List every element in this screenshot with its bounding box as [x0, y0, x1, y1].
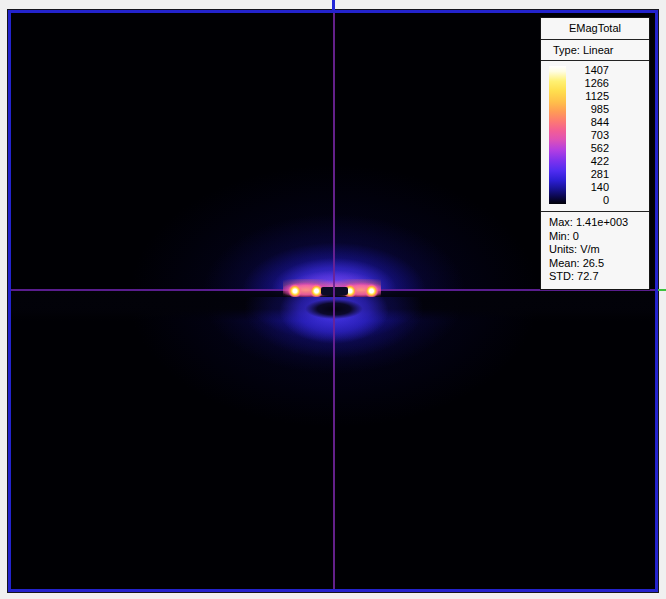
colorbar-tick-label: 0 — [575, 194, 609, 206]
application-window: { "window": { "background": "#f0f0f0" },… — [0, 0, 666, 599]
colorbar-tick-labels: 1407126611259858447035624222811400 — [575, 64, 609, 206]
legend-stat-line: Min: 0 — [549, 230, 643, 244]
legend-statistics: Max: 1.41e+003Min: 0Units: V/mMean: 26.5… — [541, 212, 649, 289]
colorbar-tick-label: 562 — [575, 142, 609, 154]
legend-stat-line: STD: 72.7 — [549, 270, 643, 284]
legend-title: EMagTotal — [541, 18, 649, 40]
legend-colorbar-section: 1407126611259858447035624222811400 — [541, 61, 649, 212]
crosshair-vertical-margin-segment — [332, 0, 335, 10]
colorbar-tick-label: 1266 — [575, 77, 609, 89]
colorbar-tick-label: 1407 — [575, 64, 609, 76]
colorbar-tick-label: 1125 — [575, 90, 609, 102]
legend-panel[interactable]: EMagTotal Type: Linear 14071266112598584… — [540, 17, 650, 290]
legend-stat-line: Mean: 26.5 — [549, 257, 643, 271]
colorbar-tick-label: 703 — [575, 129, 609, 141]
legend-stat-line: Units: V/m — [549, 243, 643, 257]
colorbar-tick-label: 985 — [575, 103, 609, 115]
colorbar-tick-label: 140 — [575, 181, 609, 193]
legend-scale-type: Type: Linear — [541, 40, 649, 61]
x-axis-marker — [658, 289, 666, 291]
colorbar-tick-label: 281 — [575, 168, 609, 180]
colorbar-gradient — [549, 66, 566, 204]
colorbar-tick-label: 422 — [575, 155, 609, 167]
crosshair-vertical — [333, 13, 335, 589]
colorbar-tick-label: 844 — [575, 116, 609, 128]
legend-stat-line: Max: 1.41e+003 — [549, 216, 643, 230]
